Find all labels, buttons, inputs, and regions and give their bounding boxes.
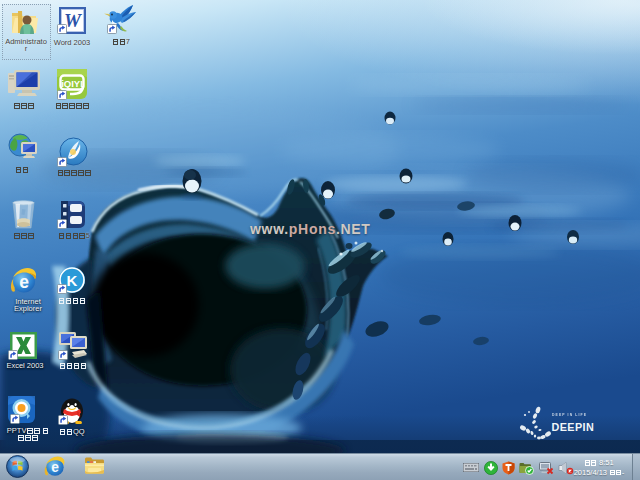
svg-text:K: K: [67, 272, 78, 289]
svg-text:DEEP IN LIFE: DEEP IN LIFE: [552, 413, 587, 417]
svg-text:DEEPIN: DEEPIN: [552, 421, 595, 433]
svg-text:e: e: [51, 460, 59, 475]
svg-text:iQIYI: iQIYI: [61, 78, 83, 89]
svg-text:e: e: [19, 272, 29, 292]
